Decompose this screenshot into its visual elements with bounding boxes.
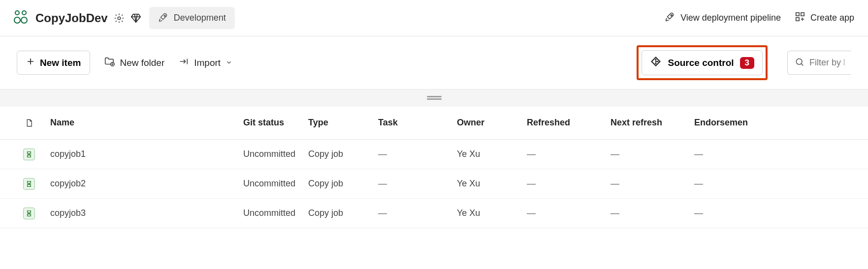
filter-box[interactable] [787,51,851,75]
svg-point-1 [22,11,26,15]
svg-point-0 [15,11,19,15]
column-header-task[interactable]: Task [378,118,457,128]
row-git-status: Uncommitted [243,179,308,189]
column-header-name[interactable]: Name [46,118,243,128]
svg-point-16 [796,59,802,64]
row-name[interactable]: copyjob3 [46,208,243,218]
deployment-stage-badge[interactable]: Development [149,7,235,29]
column-header-endorsement[interactable]: Endorsemen [694,118,753,128]
svg-rect-7 [796,13,799,16]
settings-icon[interactable] [114,13,125,24]
create-app-button[interactable]: Create app [793,8,856,28]
row-owner: Ye Xu [457,208,527,218]
row-type: Copy job [308,208,378,218]
row-name[interactable]: copyjob2 [46,179,243,189]
source-control-button[interactable]: Source control 3 [642,50,763,75]
import-label: Import [194,58,221,68]
column-header-git-status[interactable]: Git status [243,118,308,128]
svg-point-4 [118,17,121,20]
import-button[interactable]: Import [178,56,232,69]
row-type-icon [12,208,46,219]
plus-icon [26,57,35,68]
row-refreshed: — [527,149,611,159]
view-pipeline-label: View deployment pipeline [680,13,781,23]
rocket-icon [158,12,169,24]
import-arrow-icon [178,56,189,69]
workspace-header: CopyJobDev Development [0,0,868,36]
source-control-label: Source control [668,58,734,68]
toolbar: New item New folder Import [0,36,868,90]
deployment-stage-label: Development [174,13,226,23]
workspace-icon [12,8,30,28]
row-git-status: Uncommitted [243,208,308,218]
svg-point-3 [21,17,27,23]
row-task: — [378,179,457,189]
svg-point-5 [164,15,165,17]
items-table: Name Git status Type Task Owner Refreshe… [0,106,868,228]
table-header-row: Name Git status Type Task Owner Refreshe… [0,106,868,140]
row-name[interactable]: copyjob1 [46,149,243,159]
table-row[interactable]: copyjob2 Uncommitted Copy job — Ye Xu — … [0,169,868,199]
drag-handle-icon [427,96,442,100]
row-type-icon [12,149,46,160]
row-owner: Ye Xu [457,149,527,159]
svg-rect-8 [801,13,804,16]
row-task: — [378,208,457,218]
row-next-refresh: — [611,149,694,159]
folder-plus-icon [104,56,115,69]
git-icon [650,56,662,70]
row-endorsement: — [694,208,753,218]
new-folder-label: New folder [120,58,164,68]
chevron-down-icon [225,58,232,68]
svg-rect-15 [656,61,658,62]
column-header-icon[interactable] [12,118,46,128]
column-header-next-refresh[interactable]: Next refresh [611,118,694,128]
diamond-icon[interactable] [130,13,141,24]
row-next-refresh: — [611,179,694,189]
resize-handle-bar[interactable] [0,90,868,106]
workspace-title: CopyJobDev [35,11,108,25]
new-item-label: New item [40,58,81,68]
row-git-status: Uncommitted [243,149,308,159]
row-endorsement: — [694,179,753,189]
row-task: — [378,149,457,159]
svg-point-6 [671,15,673,16]
row-type-icon [12,178,46,190]
rocket-icon [665,11,675,25]
row-next-refresh: — [611,208,694,218]
svg-rect-9 [796,18,799,21]
new-item-button[interactable]: New item [17,51,90,75]
row-endorsement: — [694,149,753,159]
table-row[interactable]: copyjob3 Uncommitted Copy job — Ye Xu — … [0,199,868,228]
create-app-label: Create app [810,13,854,23]
column-header-type[interactable]: Type [308,118,378,128]
row-type: Copy job [308,179,378,189]
source-control-count-badge: 3 [740,57,754,69]
row-type: Copy job [308,149,378,159]
search-icon [795,57,804,68]
svg-point-2 [14,17,20,23]
column-header-refreshed[interactable]: Refreshed [527,118,611,128]
row-owner: Ye Xu [457,179,527,189]
filter-input[interactable] [809,58,844,68]
row-refreshed: — [527,208,611,218]
row-refreshed: — [527,179,611,189]
source-control-highlight: Source control 3 [637,45,768,80]
app-grid-icon [795,11,805,25]
view-deployment-pipeline-button[interactable]: View deployment pipeline [663,8,783,28]
new-folder-button[interactable]: New folder [104,56,164,69]
workspace-title-group: CopyJobDev Development [12,7,235,29]
table-row[interactable]: copyjob1 Uncommitted Copy job — Ye Xu — … [0,140,868,169]
column-header-owner[interactable]: Owner [457,118,527,128]
